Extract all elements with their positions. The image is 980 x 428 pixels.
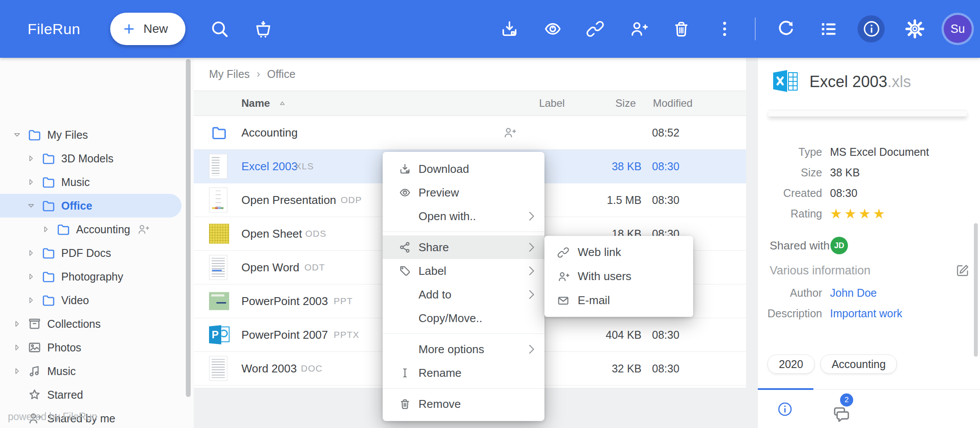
tab-comments-icon[interactable]	[831, 404, 851, 424]
web-link-icon[interactable]	[585, 19, 605, 39]
sidebar-item-photography[interactable]: Photography	[0, 265, 194, 288]
powered-by-text: powered by FileRun	[8, 411, 98, 423]
file-extension: PPTX	[334, 330, 359, 340]
file-size: 404 KB	[570, 329, 642, 341]
file-row-accounting[interactable]: Accounting 08:52	[194, 116, 746, 150]
caret-down-icon[interactable]	[12, 130, 24, 140]
download-icon[interactable]	[499, 19, 520, 39]
sidebar-item-office[interactable]: Office	[0, 194, 181, 218]
file-name[interactable]: Excel 2003	[241, 160, 298, 173]
tab-info-icon[interactable]	[776, 400, 794, 418]
submenu-item-with-users[interactable]: With users	[544, 264, 693, 288]
sidebar-item-music-library[interactable]: Music	[0, 359, 194, 383]
file-name[interactable]: Open Word	[241, 261, 299, 274]
shopping-cart-icon[interactable]	[253, 19, 273, 39]
caret-spacer	[12, 389, 24, 400]
caret-right-icon[interactable]	[26, 153, 38, 164]
menu-item-share[interactable]: Share	[383, 235, 544, 259]
column-header-size[interactable]: Size	[600, 91, 636, 116]
presentation-thumbnail	[209, 292, 229, 310]
menu-item-download[interactable]: Download	[383, 157, 544, 181]
sidebar-item-music-folder[interactable]: Music	[0, 170, 194, 194]
file-modified: 08:52	[652, 126, 680, 139]
submenu-chevron-icon	[529, 290, 535, 299]
folder-icon	[41, 246, 56, 260]
menu-item-label: Rename	[419, 366, 535, 380]
rating-stars[interactable]: ★★★★	[830, 207, 887, 221]
powerpoint-icon	[209, 324, 230, 346]
column-header-modified[interactable]: Modified	[653, 91, 693, 116]
file-modified: 08:30	[652, 329, 680, 341]
user-avatar[interactable]: Su	[942, 13, 974, 45]
breadcrumb-root[interactable]: My Files	[209, 68, 250, 81]
file-name[interactable]: PowerPoint 2007	[241, 328, 328, 342]
folder-icon	[41, 269, 56, 284]
detail-row-created: Created 08:30	[758, 182, 980, 203]
file-name[interactable]: Open Sheet	[241, 227, 302, 241]
caret-right-icon[interactable]	[26, 271, 38, 282]
caret-right-icon[interactable]	[41, 224, 52, 235]
menu-item-remove[interactable]: Remove	[383, 392, 544, 416]
details-scrollbar[interactable]	[974, 223, 978, 357]
menu-item-more-options[interactable]: More options	[383, 337, 544, 361]
tag-pill[interactable]: 2020	[767, 354, 815, 374]
sidebar-item-label: PDF Docs	[61, 247, 111, 260]
caret-right-icon[interactable]	[26, 295, 38, 305]
sidebar-item-collections[interactable]: Collections	[0, 312, 194, 336]
file-name[interactable]: Open Presentation	[241, 193, 336, 207]
caret-right-icon[interactable]	[12, 342, 24, 353]
menu-item-copy-move[interactable]: Copy/Move..	[383, 306, 544, 330]
share-with-users-icon[interactable]	[628, 19, 649, 39]
more-options-icon[interactable]	[715, 19, 735, 39]
sidebar-item-photos[interactable]: Photos	[0, 336, 194, 359]
new-button[interactable]: New	[110, 13, 185, 45]
search-icon[interactable]	[209, 19, 230, 39]
caret-down-icon[interactable]	[26, 200, 38, 211]
column-header-name[interactable]: Name	[241, 91, 270, 116]
description-link[interactable]: Important work	[830, 307, 902, 320]
sidebar-scrollbar[interactable]	[186, 59, 191, 397]
column-header-label[interactable]: Label	[534, 91, 570, 116]
list-view-icon[interactable]	[818, 19, 838, 39]
menu-item-open-with[interactable]: Open with..	[383, 204, 544, 228]
caret-right-icon[interactable]	[12, 366, 24, 376]
shared-user-avatar[interactable]: JD	[830, 237, 848, 254]
submenu-item-email[interactable]: E-mail	[544, 288, 693, 312]
menu-item-label[interactable]: Label	[383, 259, 544, 283]
sidebar-item-video[interactable]: Video	[0, 288, 194, 312]
share-icon	[398, 241, 419, 254]
file-name[interactable]: PowerPoint 2003	[241, 295, 328, 308]
file-extension: ODT	[304, 262, 325, 273]
sidebar-item-starred[interactable]: Starred	[0, 383, 194, 407]
menu-item-label: Share	[419, 241, 529, 254]
menu-item-add-to[interactable]: Add to	[383, 283, 544, 306]
file-info-icon[interactable]	[861, 19, 882, 39]
refresh-icon[interactable]	[776, 19, 796, 39]
caret-right-icon[interactable]	[12, 319, 24, 329]
app-logo: FileRun	[28, 0, 80, 58]
menu-item-rename[interactable]: Rename	[383, 361, 544, 385]
edit-metadata-icon[interactable]	[955, 263, 970, 278]
submenu-item-web-link[interactable]: Web link	[544, 240, 693, 264]
file-name[interactable]: Accounting	[241, 126, 298, 140]
preview-eye-icon[interactable]	[543, 19, 563, 39]
breadcrumb-current[interactable]: Office	[267, 68, 296, 81]
detail-label: Description	[758, 307, 830, 320]
sidebar-item-accounting[interactable]: Accounting	[0, 218, 194, 241]
file-name[interactable]: Word 2003	[241, 362, 297, 375]
detail-row-description: Description Important work	[758, 303, 980, 324]
caret-right-icon[interactable]	[26, 177, 38, 187]
author-link[interactable]: John Doe	[830, 287, 877, 299]
sidebar-item-my-files[interactable]: My Files	[0, 123, 194, 147]
file-title-name: Excel 2003	[809, 73, 887, 91]
tag-pill[interactable]: Accounting	[820, 354, 897, 374]
sidebar-item-3d-models[interactable]: 3D Models	[0, 147, 194, 170]
image-icon	[27, 340, 42, 355]
settings-gear-icon[interactable]	[905, 19, 925, 39]
menu-item-preview[interactable]: Preview	[383, 181, 544, 204]
sidebar-item-pdf-docs[interactable]: PDF Docs	[0, 241, 194, 265]
trash-icon[interactable]	[671, 19, 691, 39]
file-size: 32 KB	[570, 362, 642, 375]
document-thumbnail	[209, 188, 227, 213]
caret-right-icon[interactable]	[26, 248, 38, 258]
